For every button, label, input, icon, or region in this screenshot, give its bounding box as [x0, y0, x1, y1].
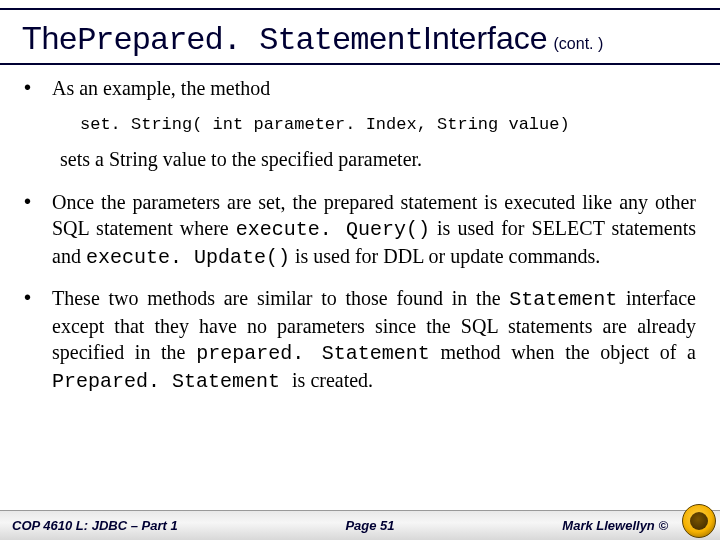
- b2-mono1: execute. Query(): [236, 218, 430, 241]
- slide: The Prepared. Statement Interface (cont.…: [0, 0, 720, 540]
- bullet-dot: •: [24, 285, 52, 395]
- bullet-3: • These two methods are similar to those…: [24, 285, 696, 395]
- b3-mono3: Prepared. Statement: [52, 370, 292, 393]
- b3-mono2: prepared. Statement: [196, 342, 430, 365]
- ucf-logo-icon: [682, 504, 716, 538]
- b3-part1: These two methods are similar to those f…: [52, 287, 509, 309]
- title-cont: (cont. ): [554, 35, 604, 53]
- title-underline: [0, 63, 720, 65]
- content-area: • As an example, the method set. String(…: [0, 75, 720, 510]
- b3-part3: method when the object of a: [430, 341, 696, 363]
- bullet-dot: •: [24, 189, 52, 271]
- b3-part4: is created.: [292, 369, 373, 391]
- bullet-1-text: As an example, the method: [52, 75, 696, 101]
- title-suffix: Interface: [423, 20, 548, 57]
- b2-mono2: execute. Update(): [86, 246, 290, 269]
- bullet-2-text: Once the parameters are set, the prepare…: [52, 189, 696, 271]
- footer-course: COP 4610 L: JDBC – Part 1: [12, 518, 178, 533]
- footer-page: Page 51: [345, 518, 394, 533]
- bullet-dot: •: [24, 75, 52, 101]
- slide-title: The Prepared. Statement Interface (cont.…: [0, 10, 720, 61]
- title-prefix: The: [22, 20, 77, 57]
- footer-author: Mark Llewellyn ©: [562, 518, 668, 533]
- after-code-text: sets a String value to the specified par…: [60, 148, 696, 171]
- b3-mono1: Statement: [509, 288, 617, 311]
- bullet-2: • Once the parameters are set, the prepa…: [24, 189, 696, 271]
- bullet-3-text: These two methods are similar to those f…: [52, 285, 696, 395]
- b2-part3: is used for DDL or update commands.: [290, 245, 600, 267]
- footer: COP 4610 L: JDBC – Part 1 Page 51 Mark L…: [0, 510, 720, 540]
- bullet-1: • As an example, the method: [24, 75, 696, 101]
- code-line: set. String( int parameter. Index, Strin…: [80, 115, 696, 134]
- title-mono: Prepared. Statement: [77, 22, 423, 59]
